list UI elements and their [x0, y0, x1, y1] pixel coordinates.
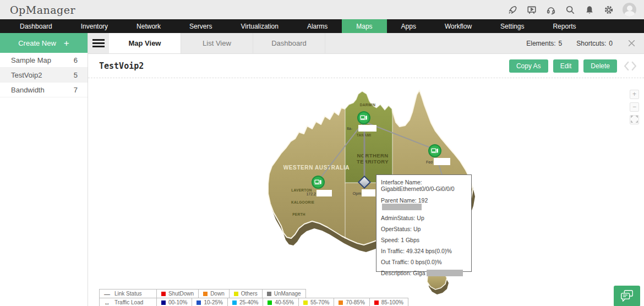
map-count: 7 — [74, 86, 78, 94]
redaction-box — [382, 204, 422, 210]
view-tabbar: Map View List View Dashboard Elements:5 … — [88, 33, 644, 54]
nav-inventory[interactable]: Inventory — [67, 19, 122, 33]
node-darwin[interactable] — [358, 112, 370, 124]
node-fed[interactable] — [429, 145, 441, 157]
tooltip-description: Description: Giga — [381, 270, 467, 276]
map-name: Sample Map — [11, 56, 51, 64]
unmanage-swatch — [267, 292, 271, 296]
others-swatch — [234, 292, 238, 296]
create-new-button[interactable]: Create New + — [0, 33, 88, 53]
nav-workflow[interactable]: Workflow — [430, 19, 486, 33]
chat-support-button[interactable] — [614, 286, 640, 306]
label-kalgoorlie: KALGOORIE — [291, 200, 314, 204]
tab-list-view[interactable]: List View — [181, 33, 253, 53]
maps-sidebar: Create New + Sample Map 6 TestVoip2 5 Ba… — [0, 33, 88, 306]
double-arrow-icon: ↔ — [104, 299, 110, 306]
map-title-row: TestVoip2 Copy As Edit Delete — [88, 54, 644, 78]
map-count: 5 — [74, 71, 78, 79]
hamburger-menu-icon[interactable] — [88, 33, 109, 53]
node-label-laverton: 172.2 — [306, 192, 316, 196]
map-name: TestVoip2 — [11, 71, 42, 79]
legend-traffic-load-row: ↔ Traffic Load 00-10% 10-25% 25-40% 40-5… — [99, 298, 408, 306]
label-territory: TERRITORY — [357, 159, 389, 165]
redaction-box — [316, 190, 332, 196]
edit-button[interactable]: Edit — [553, 59, 579, 73]
interface-tooltip: Interface Name: GigabitEthernet0/0/0-Gi0… — [376, 174, 472, 272]
line-icon: — — [104, 291, 110, 297]
tooltip-out-traffic: Out Traffic: 0 bps(0.0)% — [381, 259, 467, 265]
map-count: 6 — [74, 56, 78, 64]
label-western-australia: WESTERN AUSTRALIA — [283, 165, 350, 171]
header-icon-group — [507, 3, 636, 17]
tooltip-in-traffic: In Traffic: 49.324 bps(0.0)% — [381, 248, 467, 254]
rocket-icon[interactable] — [507, 4, 518, 15]
elements-count: 5 — [559, 40, 563, 47]
nav-dashboard[interactable]: Dashboard — [6, 19, 67, 33]
redaction-box — [358, 125, 376, 132]
zoom-in-button[interactable]: + — [630, 90, 639, 99]
top-header: OpManager — [0, 0, 644, 19]
node-laverton[interactable] — [312, 176, 324, 188]
node-label-diamond: Opm — [353, 192, 361, 196]
chevron-right-icon[interactable] — [630, 61, 637, 72]
delete-button[interactable]: Delete — [583, 59, 617, 73]
nav-alarms[interactable]: Alarms — [293, 19, 342, 33]
tab-dashboard[interactable]: Dashboard — [253, 33, 325, 53]
copy-as-button[interactable]: Copy As — [509, 59, 548, 73]
page-title: TestVoip2 — [99, 61, 144, 71]
australia-map: WESTERN AUSTRALIA NORTHERN TERRITORY DAR… — [88, 78, 644, 306]
nav-reports[interactable]: Reports — [538, 19, 590, 33]
close-icon[interactable] — [627, 39, 636, 48]
bell-icon[interactable] — [584, 4, 595, 15]
shortcuts-count: 0 — [609, 40, 613, 47]
nav-virtualization[interactable]: Virtualization — [226, 19, 292, 33]
down-swatch — [203, 292, 208, 296]
sidebar-item-testvoip2[interactable]: TestVoip2 5 — [0, 68, 88, 83]
sidebar-item-sample-map[interactable]: Sample Map 6 — [0, 53, 88, 68]
tooltip-parent-name: Parent Name: 192 — [381, 197, 467, 210]
tooltip-oper-status: OperStatus: Up — [381, 226, 467, 232]
sidebar-item-bandwidth[interactable]: Bandwidth 7 — [0, 83, 88, 97]
search-icon[interactable] — [565, 4, 576, 15]
redaction-box — [434, 158, 450, 165]
nav-maps[interactable]: Maps — [342, 19, 386, 33]
headset-icon[interactable] — [545, 4, 556, 15]
label-perth: PERTH — [292, 212, 305, 216]
presentation-icon[interactable] — [526, 4, 537, 15]
gear-icon[interactable] — [603, 4, 614, 15]
tooltip-interface-name: Interface Name: GigabitEthernet0/0/0-Gi0… — [381, 179, 467, 192]
tooltip-speed: Speed: 1 Gbps — [381, 237, 467, 243]
tab-map-view[interactable]: Map View — [109, 33, 181, 53]
elements-stat: Elements:5 — [526, 40, 562, 47]
chat-bubbles-icon — [619, 289, 635, 303]
nav-servers[interactable]: Servers — [175, 19, 226, 33]
plus-icon: + — [64, 39, 69, 48]
label-laverton: LAVERTON — [291, 188, 312, 192]
shutdown-swatch — [161, 292, 166, 296]
opmanager-logo: OpManager — [10, 4, 75, 16]
nav-settings[interactable]: Settings — [486, 19, 538, 33]
legend-row-label: Link Status — [114, 291, 141, 297]
legend-link-status-row: — Link Status ShutDown Down Others UnMan… — [99, 289, 408, 298]
redaction-box — [362, 189, 375, 196]
user-avatar[interactable] — [623, 3, 636, 17]
zoom-out-button[interactable]: − — [630, 102, 639, 112]
label-northern: NORTHERN — [357, 152, 388, 159]
nav-apps[interactable]: Apps — [387, 19, 430, 33]
map-pager — [623, 61, 637, 72]
opmanager-app: OpManager Dashboard Invento — [0, 0, 644, 306]
title-actions: Copy As Edit Delete — [509, 59, 637, 73]
redaction-box — [427, 270, 463, 276]
nav-network[interactable]: Network — [122, 19, 175, 33]
node-label-darwin: Ita- — [347, 127, 353, 130]
fit-screen-button[interactable] — [630, 115, 639, 124]
node-label-fed: Fed — [426, 160, 433, 164]
shortcuts-stat: Shortcuts:0 — [576, 40, 613, 47]
map-canvas: WESTERN AUSTRALIA NORTHERN TERRITORY DAR… — [88, 78, 644, 306]
legend-row-label: Traffic Load — [114, 299, 143, 305]
main-nav: Dashboard Inventory Network Servers Virt… — [0, 19, 644, 33]
map-legend: — Link Status ShutDown Down Others UnMan… — [99, 289, 408, 306]
map-zoom-controls: + − — [630, 90, 639, 124]
map-name: Bandwidth — [11, 86, 45, 94]
chevron-left-icon[interactable] — [623, 61, 630, 72]
